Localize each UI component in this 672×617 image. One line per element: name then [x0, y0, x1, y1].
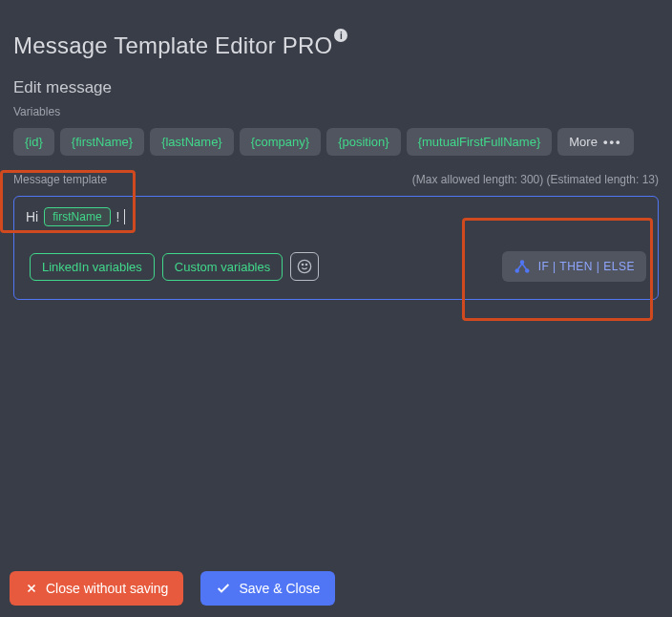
emoji-picker-button[interactable] — [290, 252, 319, 281]
length-info: (Max allowed length: 300) (Estimated len… — [412, 173, 659, 186]
text-segment: ! — [116, 209, 120, 224]
save-and-close-button[interactable]: Save & Close — [200, 571, 335, 606]
message-template-label: Message template — [13, 173, 107, 186]
info-icon[interactable]: i — [334, 29, 347, 42]
ellipsis-icon: ••• — [603, 136, 622, 148]
smile-icon — [297, 259, 312, 274]
template-area: Message template (Max allowed length: 30… — [13, 173, 659, 300]
if-then-else-label: IF | THEN | ELSE — [538, 260, 635, 273]
variable-chip[interactable]: {position} — [326, 128, 401, 156]
footer-actions: Close without saving Save & Close — [10, 571, 335, 606]
variable-chip[interactable]: {company} — [240, 128, 321, 156]
variable-chips: {id} {firstName} {lastName} {company} {p… — [13, 128, 659, 156]
inserted-variable[interactable]: firstName — [44, 207, 110, 226]
branch-icon — [514, 259, 531, 274]
template-editor[interactable]: Hi firstName ! LinkedIn variables Custom… — [13, 196, 659, 300]
svg-point-1 — [303, 264, 304, 265]
text-segment: Hi — [26, 209, 38, 224]
template-input[interactable]: Hi firstName ! — [14, 197, 658, 236]
custom-variables-button[interactable]: Custom variables — [162, 253, 283, 281]
more-variables-button[interactable]: More ••• — [557, 128, 633, 156]
button-label: Save & Close — [239, 581, 320, 596]
variable-chip[interactable]: {firstName} — [60, 128, 144, 156]
edit-message-heading: Edit message — [13, 78, 659, 97]
svg-point-2 — [306, 264, 307, 265]
if-then-else-button[interactable]: IF | THEN | ELSE — [502, 251, 646, 282]
variable-chip[interactable]: {mutualFirstFullName} — [407, 128, 553, 156]
svg-point-0 — [299, 260, 311, 272]
text-cursor-icon — [124, 209, 125, 224]
page-title: Message Template Editor PRO — [13, 32, 332, 59]
more-label: More — [569, 136, 598, 148]
header: Message Template Editor PRO i — [13, 32, 659, 59]
close-without-saving-button[interactable]: Close without saving — [10, 571, 183, 606]
close-icon — [25, 582, 38, 595]
linkedin-variables-button[interactable]: LinkedIn variables — [30, 253, 155, 281]
variables-label: Variables — [13, 105, 659, 118]
check-icon — [216, 581, 231, 596]
variable-chip[interactable]: {id} — [13, 128, 54, 156]
button-label: Close without saving — [46, 581, 168, 596]
variable-chip[interactable]: {lastName} — [150, 128, 234, 156]
